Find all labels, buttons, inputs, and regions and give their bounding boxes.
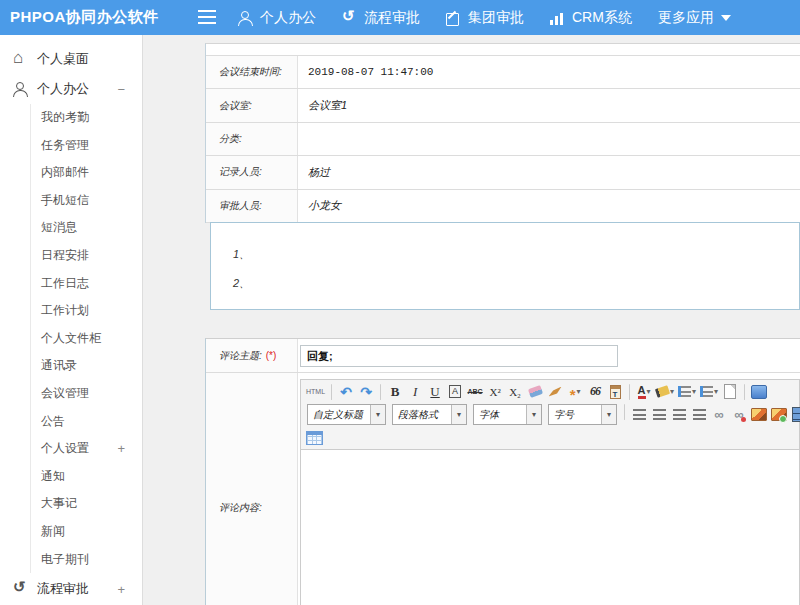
font-style-button[interactable]: A (446, 381, 464, 402)
caret-down-icon: ▾ (692, 387, 696, 396)
sidebar-section-process-approval[interactable]: 流程审批 + (0, 574, 142, 604)
process-icon (13, 582, 28, 596)
nav-crm-system[interactable]: CRM系统 (550, 9, 632, 27)
hamburger-menu-icon[interactable] (198, 10, 216, 24)
underline-button[interactable]: U (426, 381, 444, 402)
comment-subject-input[interactable] (300, 345, 618, 367)
expand-icon[interactable]: + (117, 435, 125, 463)
sidebar-item-schedule[interactable]: 日程安排 (31, 242, 142, 270)
field-label: 会议室: (206, 89, 298, 121)
justify-icon[interactable] (690, 404, 708, 425)
paste-plain-icon[interactable]: T (606, 381, 624, 402)
sidebar-item-news[interactable]: 新闻 (31, 518, 142, 546)
align-left-icon[interactable] (630, 404, 648, 425)
image-icon[interactable] (750, 404, 768, 425)
fullscreen-icon[interactable] (750, 381, 768, 402)
main-nav: 个人办公 流程审批 集团审批 CRM系统 (238, 0, 731, 35)
sidebar-item-short-message[interactable]: 短消息 (31, 214, 142, 242)
meeting-detail-table: 会议结束时间: 2019-08-07 11:47:00 会议室: 会议室1 分类… (205, 43, 800, 223)
strikethrough-button[interactable]: ABC (466, 381, 484, 402)
sidebar-item-internal-mail[interactable]: 内部邮件 (31, 159, 142, 187)
editor-content-area[interactable] (301, 449, 799, 605)
media-icon[interactable] (790, 404, 800, 425)
toolbar-separator[interactable] (629, 384, 630, 400)
caret-down-icon: ▾ (670, 387, 674, 396)
caret-down-icon: ▾ (576, 387, 580, 396)
top-navigation-bar: PHPOA协同办公软件 个人办公 流程审批 集团审批 (0, 0, 800, 35)
format-painter-icon[interactable] (546, 381, 564, 402)
upload-image-icon[interactable] (770, 404, 788, 425)
insert-table-icon[interactable] (305, 427, 324, 448)
table-row: 分类: (206, 123, 800, 156)
sidebar-item-mobile-sms[interactable]: 手机短信 (31, 187, 142, 215)
comment-content-cell: HTML ↶ (298, 373, 800, 605)
custom-title-select[interactable]: 自定义标题 ▾ (307, 404, 386, 425)
undo-button[interactable]: ↶ (337, 381, 355, 402)
link-icon[interactable]: ∞ (710, 404, 728, 425)
highlight-color-icon[interactable]: ▾ (655, 381, 675, 402)
bold-button[interactable]: B (386, 381, 404, 402)
home-icon (13, 52, 28, 66)
field-value: 小龙女 (298, 190, 800, 222)
nav-group-approval[interactable]: 集团审批 (446, 9, 524, 27)
align-right-icon[interactable] (670, 404, 688, 425)
autotypeset-icon[interactable]: * ▾ (566, 381, 584, 402)
nav-personal-office[interactable]: 个人办公 (238, 9, 316, 27)
new-page-icon[interactable] (721, 381, 739, 402)
font-color-button[interactable]: A ▾ (635, 381, 653, 402)
editor-toolbar-row-3 (301, 426, 799, 449)
subscript-button[interactable]: X₂ (506, 381, 524, 402)
italic-button[interactable]: I (406, 381, 424, 402)
sidebar-section-personal-office[interactable]: 个人办公 − (0, 74, 142, 104)
sidebar-item-notification[interactable]: 通知 (31, 463, 142, 491)
toolbar-separator[interactable] (744, 384, 745, 400)
sidebar-item-personal-settings[interactable]: 个人设置 + (31, 435, 142, 463)
table-row: 审批人员: 小龙女 (206, 190, 800, 223)
redo-button[interactable]: ↷ (357, 381, 375, 402)
sidebar-item-task-management[interactable]: 任务管理 (31, 132, 142, 160)
font-size-select[interactable]: 字号 ▾ (548, 404, 617, 425)
nav-process-approval[interactable]: 流程审批 (342, 9, 420, 27)
sidebar-item-personal-desktop[interactable]: 个人桌面 (0, 44, 142, 74)
toolbar-separator[interactable] (380, 384, 381, 400)
source-code-button[interactable]: HTML (305, 381, 326, 402)
ordered-list-icon[interactable]: ▾ (677, 381, 697, 402)
minutes-line: 2、 (233, 269, 799, 298)
sidebar-item-my-attendance[interactable]: 我的考勤 (31, 104, 142, 132)
table-row: 会议室: 会议室1 (206, 89, 800, 122)
toolbar-separator[interactable] (624, 404, 625, 420)
blockquote-button[interactable]: 66 (586, 381, 604, 402)
nav-more-apps[interactable]: 更多应用 (658, 9, 731, 27)
field-value: 会议室1 (298, 89, 800, 121)
sidebar-item-announcement[interactable]: 公告 (31, 408, 142, 436)
superscript-button[interactable]: X² (486, 381, 504, 402)
eraser-icon[interactable] (526, 381, 544, 402)
table-row: 会议结束时间: 2019-08-07 11:47:00 (206, 56, 800, 89)
user-icon (13, 82, 28, 96)
table-row: 记录人员: 杨过 (206, 156, 800, 189)
caret-down-icon (721, 15, 731, 26)
table-row-partial (206, 44, 800, 56)
paragraph-format-select[interactable]: 段落格式 ▾ (392, 404, 467, 425)
expand-icon[interactable]: + (117, 582, 125, 597)
align-center-icon[interactable] (650, 404, 668, 425)
app-window: PHPOA协同办公软件 个人办公 流程审批 集团审批 (0, 0, 800, 605)
unordered-list-icon[interactable]: ▾ (699, 381, 719, 402)
font-family-select[interactable]: 字体 ▾ (473, 404, 542, 425)
caret-down-icon: ▾ (451, 405, 466, 424)
unlink-icon[interactable]: ∞ (730, 404, 748, 425)
toolbar-separator[interactable] (331, 384, 332, 400)
caret-down-icon: ▾ (370, 405, 385, 424)
sidebar-item-e-journal[interactable]: 电子期刊 (31, 546, 142, 574)
sidebar-item-work-diary[interactable]: 工作日志 (31, 270, 142, 298)
sidebar-item-meeting-management[interactable]: 会议管理 (31, 380, 142, 408)
comment-subject-cell (298, 339, 800, 372)
sidebar-submenu: 我的考勤 任务管理 内部邮件 手机短信 (30, 104, 142, 573)
sidebar: 个人桌面 个人办公 − 我的考勤 任务管理 内部邮件 (0, 35, 143, 605)
sidebar-item-work-plan[interactable]: 工作计划 (31, 297, 142, 325)
sidebar-item-contacts[interactable]: 通讯录 (31, 352, 142, 380)
collapse-icon[interactable]: − (117, 82, 125, 97)
chart-icon (550, 11, 565, 25)
sidebar-item-memorabilia[interactable]: 大事记 (31, 490, 142, 518)
sidebar-item-personal-cabinet[interactable]: 个人文件柜 (31, 325, 142, 353)
